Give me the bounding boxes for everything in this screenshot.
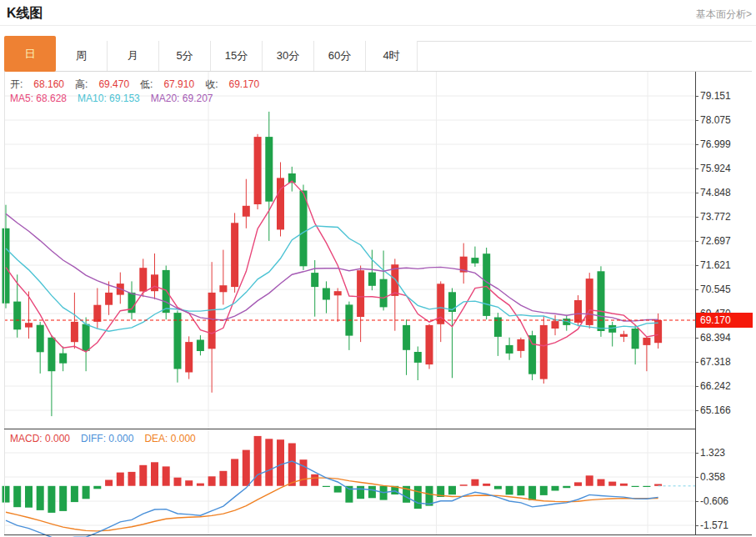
- tab-period-6[interactable]: 30分: [263, 41, 314, 71]
- y-axis-label: -1.571: [700, 519, 728, 531]
- current-price-tag: 69.170: [696, 313, 753, 328]
- tab-period-3[interactable]: 月: [108, 41, 159, 71]
- legend-item: MA10: 69.153: [78, 93, 140, 104]
- legend-item: MA20: 69.207: [151, 93, 213, 104]
- y-axis-label: 66.242: [700, 380, 731, 392]
- legend-item: 收:69.170: [205, 78, 259, 90]
- header-divider: [0, 25, 756, 26]
- chart-bottom-border: [4, 534, 752, 535]
- tab-period-1[interactable]: 日: [4, 36, 56, 72]
- legend-item: DIFF: 0.000: [81, 433, 133, 444]
- y-axis-label: 76.999: [700, 138, 731, 150]
- y-axis-label: 0.358: [700, 471, 725, 483]
- panel-separator-line: [4, 429, 695, 429]
- tab-period-2[interactable]: 周: [56, 41, 108, 71]
- legend-item: 高:69.470: [75, 78, 129, 90]
- y-axis-label: 70.545: [700, 284, 731, 295]
- y-axis-label: 65.166: [700, 404, 731, 416]
- legend-item: MACD: 0.000: [10, 433, 70, 444]
- legend-item: 开:68.160: [10, 78, 64, 90]
- y-axis-label: 78.075: [700, 114, 731, 126]
- chart-left-border: [4, 72, 5, 534]
- y-axis-label: -0.606: [700, 495, 728, 507]
- y-axis-label: 68.394: [700, 332, 731, 344]
- y-axis-label: 75.924: [700, 163, 731, 174]
- y-axis-label: 71.621: [700, 259, 731, 271]
- macd-legend: MACD: 0.000DIFF: 0.000DEA: 0.000: [10, 433, 207, 444]
- tab-period-5[interactable]: 15分: [211, 41, 263, 71]
- tab-period-7[interactable]: 60分: [314, 41, 366, 71]
- tab-period-8[interactable]: 4时: [366, 41, 418, 71]
- kline-chart-page: K线图 基本面分析> 日周月5分15分30分60分4时 开:68.160高:69…: [0, 0, 756, 537]
- legend-item: 低:67.910: [140, 78, 194, 90]
- y-axis-label: 73.772: [700, 211, 731, 223]
- macd-indicator-plot[interactable]: [4, 429, 695, 534]
- y-axis-label: 74.848: [700, 187, 731, 198]
- legend-item: MA5: 68.628: [10, 93, 67, 104]
- y-axis-label: 67.318: [700, 356, 731, 368]
- ma-legend: MA5: 68.628MA10: 69.153MA20: 69.207: [10, 93, 223, 104]
- legend-item: DEA: 0.000: [144, 433, 195, 444]
- page-title: K线图: [7, 5, 43, 23]
- y-axis-label: 1.323: [700, 447, 725, 459]
- tab-period-4[interactable]: 5分: [159, 41, 211, 71]
- y-axis-label: 79.151: [700, 90, 731, 102]
- fundamental-analysis-link[interactable]: 基本面分析>: [696, 8, 752, 22]
- y-axis-label: 72.697: [700, 235, 731, 247]
- main-candlestick-plot[interactable]: [4, 72, 695, 429]
- ohlc-legend: 开:68.160高:69.470低:67.910收:69.170: [10, 78, 270, 92]
- price-axis-line: [695, 72, 696, 534]
